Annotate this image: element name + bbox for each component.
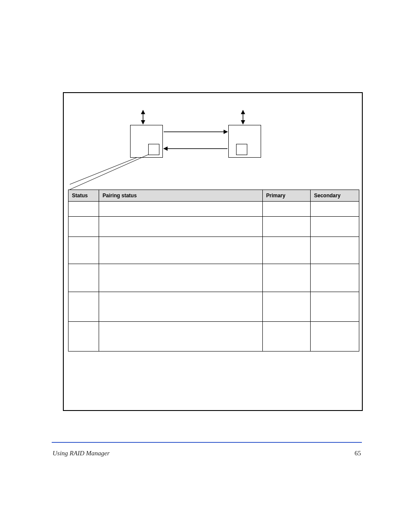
cell-status <box>68 202 99 217</box>
header-status: Status <box>68 190 99 202</box>
cell-secondary <box>310 322 359 352</box>
cell-secondary <box>310 237 359 264</box>
table-row <box>68 202 359 217</box>
cell-pairing <box>99 237 262 264</box>
status-table: Status Pairing status Primary Secondary <box>68 190 359 352</box>
footer-rule <box>52 442 362 443</box>
cell-primary <box>262 237 310 264</box>
cell-secondary <box>310 202 359 217</box>
figure-frame: Status Pairing status Primary Secondary <box>63 92 363 411</box>
table-row <box>68 292 359 322</box>
table-row <box>68 237 359 264</box>
cell-status <box>68 264 99 292</box>
table-row <box>68 217 359 237</box>
cell-primary <box>262 264 310 292</box>
table-row <box>68 264 359 292</box>
cell-secondary <box>310 217 359 237</box>
cell-secondary <box>310 264 359 292</box>
cell-status <box>68 292 99 322</box>
header-pairing-status: Pairing status <box>99 190 262 202</box>
cell-pairing <box>99 292 262 322</box>
cell-pairing <box>99 217 262 237</box>
cell-primary <box>262 322 310 352</box>
footer-section-title: Using RAID Manager <box>53 450 109 457</box>
cell-status <box>68 237 99 264</box>
diagram <box>64 93 362 188</box>
table-header-row: Status Pairing status Primary Secondary <box>68 190 359 202</box>
cell-pairing <box>99 202 262 217</box>
cell-status <box>68 322 99 352</box>
page: Status Pairing status Primary Secondary <box>0 0 411 532</box>
header-secondary: Secondary <box>310 190 359 202</box>
diagram-arrows <box>64 93 364 188</box>
cell-primary <box>262 202 310 217</box>
table-row <box>68 322 359 352</box>
cell-status <box>68 217 99 237</box>
header-primary: Primary <box>262 190 310 202</box>
cell-primary <box>262 292 310 322</box>
cell-secondary <box>310 292 359 322</box>
cell-primary <box>262 217 310 237</box>
cell-pairing <box>99 322 262 352</box>
footer-page-number: 65 <box>355 450 361 457</box>
cell-pairing <box>99 264 262 292</box>
